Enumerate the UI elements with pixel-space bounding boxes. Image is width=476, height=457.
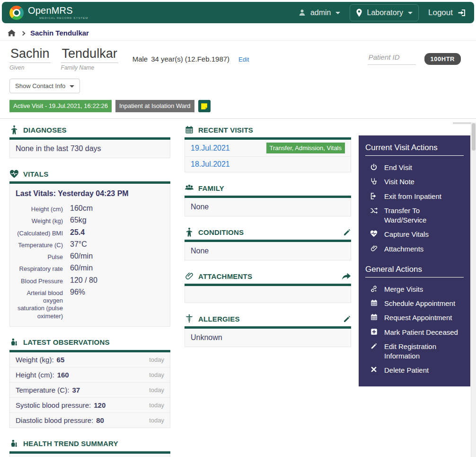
action-edit-registration[interactable]: Edit Registration Information [365, 340, 464, 364]
openmrs-logo[interactable]: OpenMRS MEDICAL RECORD SYSTEM [9, 6, 88, 20]
action-transfer-ward[interactable]: Transfer To Ward/Service [365, 204, 464, 228]
observation-row: Temperature (C): 37 today [10, 382, 170, 397]
family-name-label: Family Name [61, 64, 118, 71]
action-end-visit[interactable]: End Visit [365, 161, 464, 175]
action-merge-visits[interactable]: Merge Visits [365, 282, 464, 296]
user-menu[interactable]: admin [298, 9, 340, 17]
vital-row: Temperature (C) 37°C [16, 239, 164, 251]
scrollbar-thumb[interactable] [472, 123, 476, 151]
attachments-title: ATTACHMENTS [198, 272, 252, 280]
pencil-icon [370, 342, 378, 349]
power-icon [370, 163, 378, 171]
paperclip-icon [185, 272, 194, 280]
patient-gender: Male [132, 55, 148, 63]
edit-allergies-icon[interactable] [343, 315, 351, 323]
latest-observations-section: LATEST OBSERVATIONS Weight (kg): 65 toda… [9, 337, 170, 428]
family-title: FAMILY [198, 184, 224, 192]
calendar-icon [370, 314, 378, 321]
diagnoses-section: DIAGNOSES None in the last 730 days [9, 125, 170, 158]
action-exit-inpatient[interactable]: Exit from Inpatient [365, 189, 464, 204]
conditions-empty-text: None [185, 242, 351, 260]
link-icon [370, 285, 378, 293]
diagnoses-title: DIAGNOSES [23, 126, 67, 134]
latest-observations-title: LATEST OBSERVATIONS [23, 338, 110, 346]
show-contact-info-button[interactable]: Show Contact Info [9, 79, 80, 93]
visit-row: 19.Jul.2021 Transfer, Admission, Vitals [185, 140, 351, 156]
observation-row: Weight (kg): 65 today [10, 352, 170, 367]
action-delete-patient[interactable]: Delete Patient [365, 363, 464, 377]
recent-visits-section: RECENT VISITS 19.Jul.2021 Transfer, Admi… [185, 125, 351, 172]
attachments-section: ATTACHMENTS [185, 271, 351, 303]
app-header: OpenMRS MEDICAL RECORD SYSTEM admin Labo… [2, 2, 474, 23]
logout-icon [457, 9, 467, 17]
location-selector[interactable]: Laboratory [350, 4, 419, 21]
caduceus-icon [185, 314, 194, 323]
openmrs-logo-icon [9, 6, 24, 20]
visit-encounters-badge: Transfer, Admission, Vitals [266, 143, 345, 153]
action-attachments[interactable]: Attachments [365, 242, 464, 256]
health-trend-icon [9, 439, 19, 448]
chevron-down-icon [70, 85, 74, 88]
observation-row: Systolic blood pressure: 120 today [10, 397, 170, 412]
calendar-icon [370, 299, 378, 306]
logo-title: OpenMRS [28, 6, 88, 15]
diagnoses-empty-text: None in the last 730 days [9, 140, 170, 158]
plus-square-icon [370, 328, 378, 335]
health-trend-title: HEALTH TREND SUMMARY [23, 439, 118, 448]
active-visit-badge: Active Visit - 19.Jul.2021, 16:22:26 [9, 100, 112, 112]
stethoscope-icon [370, 178, 378, 185]
allergies-title: ALLERGIES [198, 315, 240, 323]
breadcrumb: Sachin Tendulkar [0, 25, 476, 41]
vitals-section: VITALS Last Vitals: Yesterday 04:23 PM H… [9, 169, 170, 327]
last-vitals-heading: Last Vitals: Yesterday 04:23 PM [16, 189, 164, 198]
x-icon [370, 366, 378, 373]
observation-row: Diastolic blood pressure: 80 today [10, 412, 170, 428]
show-contact-info-label: Show Contact Info [15, 82, 65, 90]
sign-out-icon [370, 192, 378, 200]
given-name-label: Given [9, 64, 51, 71]
action-visit-note[interactable]: Visit Note [365, 175, 464, 189]
edit-demographics-link[interactable]: Edit [238, 56, 249, 63]
action-mark-deceased[interactable]: Mark Patient Deceased [365, 325, 464, 340]
vital-row: Blood Pressure 120 / 80 [16, 275, 164, 287]
patient-given-name: Sachin [9, 46, 51, 63]
observations-icon [9, 338, 19, 347]
general-actions-title: General Actions [365, 265, 464, 278]
home-icon[interactable] [8, 29, 16, 36]
attachments-empty-box [185, 286, 351, 303]
inpatient-status-badge: Inpatient at Isolation Ward [115, 100, 194, 112]
visit-row: 18.Jul.2021 [185, 156, 351, 172]
action-schedule-appointment[interactable]: Schedule Appointment [365, 296, 464, 311]
logo-subtitle: MEDICAL RECORD SYSTEM [39, 17, 88, 19]
patient-family-name: Tendulkar [61, 46, 118, 63]
scrollbar-track[interactable] [471, 122, 476, 457]
go-to-attachments-icon[interactable] [342, 272, 351, 280]
vital-row: Height (cm) 160cm [16, 203, 164, 215]
family-icon [185, 184, 194, 192]
conditions-title: CONDITIONS [198, 228, 244, 236]
patient-id-badge: 100HTR [424, 53, 461, 65]
logout-button[interactable]: Logout [428, 8, 467, 18]
patient-header: Sachin Given Tendulkar Family Name Male … [0, 41, 476, 119]
visit-date-link[interactable]: 19.Jul.2021 [191, 144, 230, 152]
location-name: Laboratory [367, 9, 404, 17]
patient-id-label: Patient ID [368, 53, 416, 65]
current-visit-actions-title: Current Visit Actions [365, 143, 464, 156]
family-empty-text: None [185, 198, 351, 216]
vital-row: (Calculated) BMI 25.4 [16, 227, 164, 239]
health-trend-empty-text: None in the last 30 days [9, 454, 170, 457]
visit-note-badge[interactable] [198, 100, 211, 112]
action-request-appointment[interactable]: Request Appointment [365, 311, 464, 325]
vital-row: Pulse 60/min [16, 251, 164, 262]
action-capture-vitals[interactable]: Capture Vitals [365, 227, 464, 242]
chevron-down-icon [335, 12, 340, 14]
visit-date-link[interactable]: 18.Jul.2021 [191, 160, 230, 169]
scroll-divider [453, 122, 471, 124]
edit-conditions-icon[interactable] [343, 228, 351, 236]
conditions-section: CONDITIONS None [185, 227, 351, 260]
breadcrumb-patient: Sachin Tendulkar [30, 29, 89, 37]
logout-label: Logout [428, 8, 453, 18]
heart-pulse-icon [370, 230, 378, 237]
vital-row: Weight (kg) 65kg [16, 215, 164, 226]
user-name: admin [310, 9, 331, 17]
